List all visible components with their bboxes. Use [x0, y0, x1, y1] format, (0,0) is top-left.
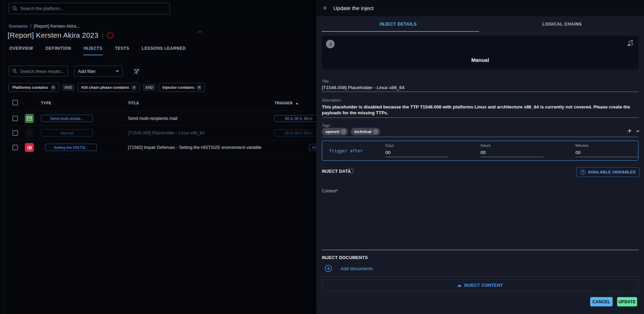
inject-content-collapse-button[interactable]: INJECT CONTENT	[322, 279, 638, 292]
filter-chip-injector[interactable]: Injector contains	[159, 83, 205, 92]
add-documents-control[interactable]: Add documents	[325, 265, 373, 272]
row-checkbox[interactable]	[12, 145, 18, 150]
remove-tag-icon[interactable]	[341, 129, 346, 134]
refresh-icon[interactable]	[348, 168, 354, 174]
remove-tag-icon[interactable]	[373, 129, 378, 134]
title-field-value[interactable]: [T1546.008] Placeholder - Linux x86_64	[322, 85, 638, 90]
filter-chip-label: Injector contains	[162, 85, 194, 89]
table-row-send-multi-recipients[interactable]: Send multi-recipie... Send multi-recipie…	[4, 111, 316, 126]
trigger-chip: 00 d, 00 h, 00 m	[274, 130, 323, 136]
input-underline	[322, 137, 638, 137]
drawer-header: Update the inject	[316, 0, 644, 16]
breadcrumb-scenarios-link[interactable]: Scenarios	[9, 24, 28, 29]
input-underline	[322, 250, 638, 250]
email-icon	[25, 114, 34, 123]
filter-chip-label: Kill chain phase contains	[81, 85, 129, 89]
scenario-tabs: OVERVIEW DEFINITION INJECTS TESTS LESSON…	[9, 46, 186, 55]
route-icon[interactable]	[627, 40, 634, 47]
days-label: Days	[385, 143, 394, 148]
manual-hand-icon	[25, 129, 34, 137]
column-header-type[interactable]: TYPE	[41, 101, 51, 105]
available-variables-label: AVAILABLE VARIABLES	[588, 170, 636, 174]
scenario-status-icon[interactable]	[107, 32, 113, 39]
breadcrumb-current: [Report] Kersten Akira...	[34, 24, 80, 29]
tab-overview[interactable]: OVERVIEW	[9, 46, 33, 55]
add-tag-icon[interactable]	[627, 127, 632, 135]
active-filter-chips: Platforms contains AND Kill chain phase …	[9, 83, 205, 92]
chevron-down-icon	[116, 70, 119, 72]
results-search-input[interactable]	[20, 69, 64, 74]
add-circle-icon	[325, 265, 332, 272]
input-underline	[385, 157, 448, 157]
active-tab-indicator	[322, 31, 479, 32]
remove-filter-icon[interactable]	[197, 85, 202, 90]
close-icon[interactable]	[323, 6, 327, 11]
inject-title: Send multi-recipients mail	[128, 116, 177, 121]
select-all-checkbox[interactable]	[12, 100, 18, 105]
platform-search-input[interactable]	[20, 6, 166, 11]
tab-injects[interactable]: INJECTS	[83, 46, 102, 55]
search-icon	[12, 69, 17, 74]
column-header-title[interactable]: TITLE	[128, 101, 139, 105]
inject-type-chip: Manual	[41, 129, 93, 136]
tab-tests[interactable]: TESTS	[115, 46, 129, 55]
page-title: [Report] Kersten Akira 2023	[8, 31, 98, 39]
inject-content-label: INJECT CONTENT	[464, 283, 503, 288]
minutes-value[interactable]: 00	[575, 150, 581, 155]
divider	[4, 111, 316, 111]
tags-field-label: Tags	[322, 123, 330, 127]
breadcrumb-separator: /	[30, 24, 31, 29]
inject-type-name: Manual	[322, 57, 638, 63]
table-row-manual-placeholder[interactable]: Manual [T1546.008] Placeholder - Linux x…	[4, 126, 316, 140]
hours-value[interactable]: 00	[480, 150, 486, 155]
filter-chip-platforms[interactable]: Platforms contains	[9, 83, 59, 92]
add-filter-select[interactable]: Add filter	[74, 66, 123, 77]
clear-filters-icon[interactable]	[133, 68, 140, 75]
content-field-label: Content*	[322, 189, 338, 193]
inject-data-heading: INJECT DATA	[322, 169, 351, 174]
sort-ascending-icon	[296, 103, 298, 104]
title-field-label: Title	[322, 79, 329, 83]
inject-title: [T1562] Impair Defenses - Setting the HI…	[128, 145, 261, 150]
search-icon	[12, 6, 18, 11]
input-underline	[322, 117, 638, 118]
minutes-label: Minutes	[575, 143, 589, 148]
inject-type-card: Manual	[322, 36, 638, 70]
remove-filter-icon[interactable]	[51, 85, 56, 90]
tag-chip-technical[interactable]: technical	[351, 128, 380, 135]
update-button[interactable]: UPDATE	[617, 297, 637, 306]
add-documents-link[interactable]: Add documents	[340, 266, 373, 271]
days-value[interactable]: 00	[385, 150, 390, 155]
inject-title: [T1546.008] Placeholder - Linux x86_64	[128, 131, 205, 135]
filter-chip-kill-chain-phase[interactable]: Kill chain phase contains	[78, 83, 140, 92]
tab-logical-chains[interactable]: LOGICAL CHAINS	[480, 16, 644, 32]
filter-operator[interactable]: AND	[62, 84, 75, 91]
results-search-field[interactable]	[9, 66, 68, 77]
description-field-value[interactable]: This placeholder is disabled because the…	[322, 104, 638, 116]
inject-type-chip: Setting the HISTSI...	[45, 144, 97, 151]
left-nav-rail[interactable]	[0, 0, 4, 314]
trigger-after-label: Trigger after	[329, 148, 363, 153]
tag-chip-opencti[interactable]: opencti	[322, 128, 348, 135]
inject-documents-heading: INJECT DOCUMENTS	[322, 255, 368, 260]
tags-dropdown-icon[interactable]	[636, 131, 640, 132]
row-checkbox[interactable]	[12, 116, 18, 121]
column-header-trigger[interactable]: TRIGGER	[275, 101, 298, 105]
tab-definition[interactable]: DEFINITION	[46, 46, 71, 55]
content-textarea[interactable]	[322, 194, 638, 249]
platform-search-field[interactable]	[9, 3, 170, 14]
cancel-button[interactable]: CANCEL	[590, 297, 613, 306]
row-checkbox[interactable]	[12, 130, 18, 136]
input-underline	[480, 157, 543, 157]
tab-inject-details[interactable]: INJECT DETAILS	[316, 16, 480, 32]
available-variables-button[interactable]: AVAILABLE VARIABLES	[576, 167, 640, 177]
table-row-histsize[interactable]: Setting the HISTSI... [T1562] Impair Def…	[4, 140, 316, 155]
update-inject-drawer: Update the inject INJECT DETAILS LOGICAL…	[316, 0, 644, 314]
description-field-label: Description	[322, 98, 341, 102]
filter-operator[interactable]: AND	[143, 84, 156, 91]
filter-chip-label: Platforms contains	[12, 85, 48, 89]
add-filter-label: Add filter	[78, 69, 96, 74]
manual-hand-icon	[326, 40, 335, 48]
remove-filter-icon[interactable]	[131, 85, 137, 90]
tab-lessons-learned[interactable]: LESSONS LEARNED	[142, 46, 186, 55]
